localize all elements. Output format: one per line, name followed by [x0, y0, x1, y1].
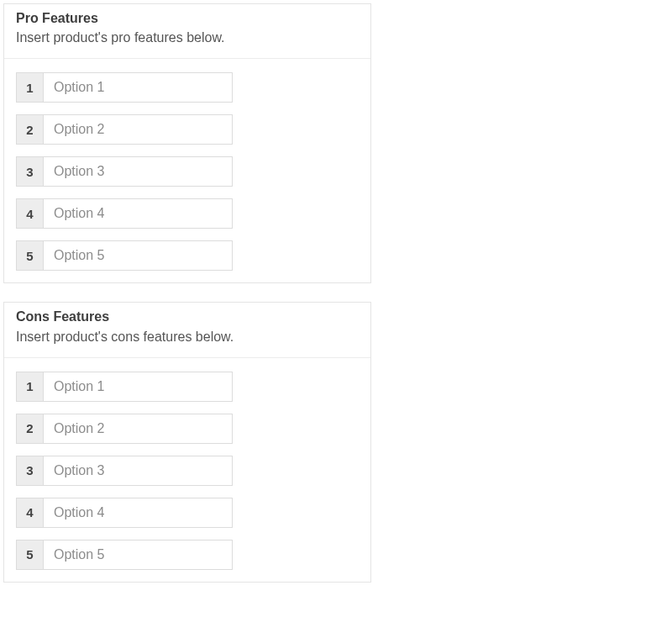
- pro-options-list: 1 2 3 4 5: [4, 59, 370, 282]
- cons-options-list: 1 2 3 4 5: [4, 358, 370, 582]
- cons-features-header: Cons Features Insert product's cons feat…: [4, 303, 370, 357]
- cons-option-3-input[interactable]: [43, 456, 233, 486]
- pro-option-2-input[interactable]: [43, 114, 233, 145]
- pro-option-row: 2: [16, 114, 216, 145]
- cons-option-row: 5: [16, 540, 216, 570]
- cons-option-2-input[interactable]: [43, 414, 233, 444]
- cons-option-5-input[interactable]: [43, 540, 233, 570]
- option-number-badge: 4: [16, 198, 43, 229]
- option-number-badge: 1: [16, 372, 43, 402]
- option-number-badge: 3: [16, 456, 43, 486]
- option-number-badge: 5: [16, 540, 43, 570]
- pro-features-header: Pro Features Insert product's pro featur…: [4, 4, 370, 59]
- pro-features-panel: Pro Features Insert product's pro featur…: [3, 3, 371, 283]
- pro-option-row: 3: [16, 156, 216, 187]
- option-number-badge: 5: [16, 240, 43, 271]
- option-number-badge: 2: [16, 414, 43, 444]
- pro-option-3-input[interactable]: [43, 156, 233, 187]
- option-number-badge: 1: [16, 72, 43, 103]
- pro-option-row: 5: [16, 240, 216, 271]
- cons-features-panel: Cons Features Insert product's cons feat…: [3, 302, 371, 582]
- option-number-badge: 3: [16, 156, 43, 187]
- cons-option-4-input[interactable]: [43, 498, 233, 528]
- cons-option-row: 1: [16, 372, 216, 402]
- cons-option-row: 4: [16, 498, 216, 528]
- pro-option-5-input[interactable]: [43, 240, 233, 271]
- pro-option-4-input[interactable]: [43, 198, 233, 229]
- cons-option-row: 3: [16, 456, 216, 486]
- cons-option-1-input[interactable]: [43, 372, 233, 402]
- pro-option-row: 4: [16, 198, 216, 229]
- pro-features-subtitle: Insert product's pro features below.: [16, 28, 359, 48]
- option-number-badge: 2: [16, 114, 43, 145]
- option-number-badge: 4: [16, 498, 43, 528]
- cons-features-subtitle: Insert product's cons features below.: [16, 327, 359, 347]
- pro-option-row: 1: [16, 72, 216, 103]
- cons-option-row: 2: [16, 414, 216, 444]
- pro-option-1-input[interactable]: [43, 72, 233, 103]
- cons-features-title: Cons Features: [16, 308, 359, 326]
- pro-features-title: Pro Features: [16, 9, 359, 28]
